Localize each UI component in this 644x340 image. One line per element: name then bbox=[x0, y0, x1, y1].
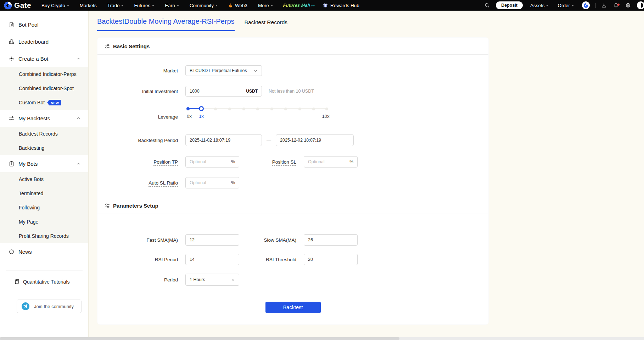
position-sl-input[interactable] bbox=[308, 159, 347, 164]
initial-investment-row: Initial Investment USDT Not less than 10… bbox=[97, 86, 488, 97]
leverage-min-label: 0x bbox=[187, 114, 192, 119]
gate-logo-icon bbox=[4, 1, 12, 10]
gate-logo-text: Gate bbox=[14, 1, 31, 10]
scrollbar-thumb[interactable] bbox=[0, 337, 399, 340]
position-sl-field: % bbox=[304, 156, 358, 168]
sidebar-item-quantitative-tutorials[interactable]: Quantitative Tutorials bbox=[0, 275, 88, 289]
sidebar-item-leaderboard[interactable]: Leaderboard bbox=[0, 33, 88, 50]
sidebar-item-terminated[interactable]: Terminated bbox=[0, 186, 88, 201]
market-select[interactable]: BTCUSDT Perpetual Futures bbox=[185, 65, 262, 76]
market-select-value: BTCUSDT Perpetual Futures bbox=[190, 68, 247, 73]
auto-sl-ratio-input[interactable] bbox=[190, 180, 228, 185]
menu-more[interactable]: More bbox=[253, 3, 278, 8]
sidebar-item-my-page[interactable]: My Page bbox=[0, 215, 88, 229]
slider-handle[interactable] bbox=[199, 106, 204, 111]
sidebar-item-profit-sharing-records[interactable]: Profit Sharing Records bbox=[0, 229, 88, 243]
period-select[interactable]: 1 Hours bbox=[185, 274, 239, 286]
book-icon bbox=[14, 279, 20, 285]
fast-sma-label: Fast SMA(MA) bbox=[97, 237, 178, 243]
period-start-input[interactable] bbox=[190, 138, 258, 143]
menu-markets[interactable]: Markets bbox=[74, 3, 102, 8]
news-icon bbox=[9, 249, 15, 255]
sidebar-item-backtest-records[interactable]: Backtest Records bbox=[0, 127, 88, 141]
slow-sma-input[interactable] bbox=[308, 237, 353, 242]
search-icon[interactable] bbox=[481, 2, 493, 8]
theme-toggle-icon[interactable] bbox=[637, 1, 644, 9]
initial-investment-field: USDT bbox=[185, 86, 262, 97]
sidebar-item-custom-bot[interactable]: Custom Bot NEW bbox=[0, 95, 88, 110]
slider-tick bbox=[284, 108, 287, 110]
backtest-button[interactable]: Backtest bbox=[265, 302, 321, 313]
page-body: Bot Pool Leaderboard Create a Bot Combin… bbox=[0, 11, 644, 337]
assets-menu[interactable]: Assets bbox=[526, 3, 553, 8]
slider-tick bbox=[228, 108, 231, 110]
position-tp-field: % bbox=[185, 156, 239, 168]
sidebar-item-following[interactable]: Following bbox=[0, 201, 88, 215]
fast-sma-input[interactable] bbox=[190, 237, 235, 242]
period-start-field bbox=[185, 134, 262, 146]
order-menu[interactable]: Order bbox=[553, 3, 578, 8]
rsi-period-input[interactable] bbox=[190, 257, 235, 262]
menu-trade[interactable]: Trade bbox=[102, 3, 129, 8]
clipboard-bolt-icon bbox=[9, 161, 15, 167]
futures-mall-arrows: »» bbox=[311, 4, 315, 7]
currency-unit: USDT bbox=[246, 89, 258, 94]
app: Gate Buy Crypto Markets Trade Futures Ea… bbox=[0, 0, 644, 337]
slider-tick bbox=[270, 108, 273, 110]
slider-tick bbox=[256, 108, 259, 110]
sidebar-item-bot-pool[interactable]: Bot Pool bbox=[0, 16, 88, 33]
chevron-up-icon[interactable] bbox=[77, 116, 80, 120]
page-tabs: BacktestDouble Moving Average-RSI-Perps … bbox=[97, 11, 644, 37]
sidebar-item-my-backtests[interactable]: My Backtests bbox=[0, 110, 88, 127]
horizontal-scrollbar[interactable] bbox=[0, 337, 644, 340]
investment-hint: Not less than 10 USDT bbox=[269, 89, 314, 94]
rsi-threshold-input[interactable] bbox=[308, 257, 353, 262]
sidebar-item-active-bots[interactable]: Active Bots bbox=[0, 172, 88, 186]
chevron-down-icon bbox=[231, 278, 235, 282]
sliders-icon bbox=[9, 115, 15, 121]
slider-tick bbox=[325, 108, 328, 110]
sidebar-item-combined-indicator-spot[interactable]: Combined Indicator-Spot bbox=[0, 81, 88, 95]
settings-sliders-icon bbox=[105, 203, 110, 208]
leverage-current-label: 1x bbox=[199, 114, 204, 119]
chevron-up-icon[interactable] bbox=[77, 162, 80, 166]
language-globe-icon[interactable] bbox=[622, 2, 634, 8]
telegram-icon bbox=[21, 302, 30, 311]
menu-futures[interactable]: Futures bbox=[129, 3, 159, 8]
rsi-period-label: RSI Period bbox=[97, 257, 178, 262]
download-icon[interactable] bbox=[598, 2, 610, 8]
futures-mall-logo: Futures Mall bbox=[283, 3, 310, 8]
gate-logo[interactable]: Gate bbox=[4, 1, 31, 10]
section-divider bbox=[97, 54, 488, 55]
position-tp-input[interactable] bbox=[190, 159, 228, 164]
chevron-up-icon[interactable] bbox=[77, 57, 80, 61]
period-row: Period 1 Hours bbox=[97, 274, 488, 286]
tab-backtest-records[interactable]: Backtest Records bbox=[245, 17, 287, 26]
menu-web3[interactable]: Web3 bbox=[223, 2, 253, 8]
deposit-button[interactable]: Deposit bbox=[496, 1, 523, 9]
tab-backtest-strategy[interactable]: BacktestDouble Moving Average-RSI-Perps bbox=[97, 17, 235, 31]
initial-investment-input[interactable] bbox=[190, 89, 243, 94]
notifications-bell-icon[interactable] bbox=[610, 2, 622, 8]
account-avatar[interactable] bbox=[582, 1, 590, 9]
sidebar-item-news[interactable]: News bbox=[0, 243, 88, 260]
sidebar-item-my-bots[interactable]: My Bots bbox=[0, 155, 88, 172]
sidebar-item-create-a-bot[interactable]: Create a Bot bbox=[0, 50, 88, 67]
menu-earn[interactable]: Earn bbox=[159, 3, 184, 8]
percent-suffix: % bbox=[231, 159, 235, 164]
caret-down-icon bbox=[546, 5, 548, 6]
sidebar-item-backtesting[interactable]: Backtesting bbox=[0, 141, 88, 155]
sidebar-item-combined-indicator-perps[interactable]: Combined Indicator-Perps bbox=[0, 67, 88, 81]
menu-buy-crypto[interactable]: Buy Crypto bbox=[36, 3, 74, 8]
date-range-separator: — bbox=[267, 138, 271, 143]
rewards-hub-link[interactable]: Rewards Hub bbox=[318, 2, 364, 8]
auto-sl-ratio-field: % bbox=[185, 177, 239, 188]
gift-icon bbox=[323, 2, 328, 8]
menu-community[interactable]: Community bbox=[184, 3, 223, 8]
period-end-input[interactable] bbox=[280, 138, 349, 143]
basic-settings-header: Basic Settings bbox=[97, 38, 488, 54]
auto-sl-ratio-row: Auto SL Ratio % bbox=[97, 177, 488, 188]
leverage-slider-track-area[interactable] bbox=[187, 106, 328, 111]
join-community-button[interactable]: Join the community bbox=[17, 300, 82, 313]
futures-mall-link[interactable]: Futures Mall »» bbox=[283, 3, 315, 8]
